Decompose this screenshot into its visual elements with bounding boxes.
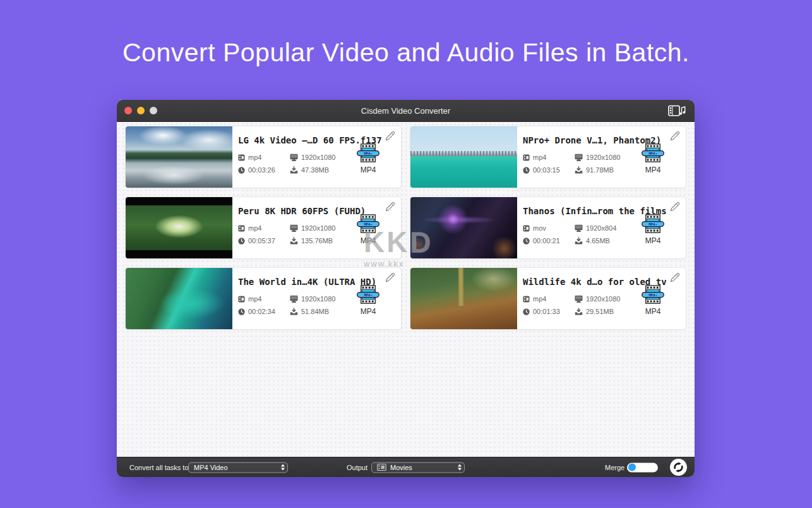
output-format-badge[interactable]: MP4 [352, 214, 385, 245]
output-format-label: MP4 [636, 307, 669, 316]
convert-arrows-icon [673, 462, 684, 473]
video-format: mp4 [248, 295, 261, 303]
merge-toggle[interactable] [627, 463, 658, 472]
edit-pencil-icon[interactable] [669, 131, 680, 142]
file-list-area: LG 4k Video —…D 60 FPS.f137 mp4 1920x108… [117, 122, 695, 457]
output-label: Output [347, 464, 367, 471]
zoom-button[interactable] [150, 107, 157, 114]
video-duration: 00:01:33 [533, 308, 560, 315]
convert-format-value: MP4 Video [194, 464, 278, 471]
video-thumbnail[interactable] [410, 197, 517, 258]
output-format-label: MP4 [636, 236, 669, 245]
convert-button[interactable] [670, 459, 687, 476]
video-size: 47.38MB [301, 166, 329, 174]
mp4-filmstrip-icon [641, 143, 665, 163]
clock-icon [523, 167, 530, 174]
up-down-arrows-icon [458, 464, 462, 471]
video-duration: 00:05:37 [248, 237, 275, 245]
clock-icon [238, 167, 245, 174]
download-icon [290, 308, 298, 315]
output-format-badge[interactable]: MP4 [352, 285, 385, 316]
video-card: NPro+ Drone V…1, Phantom2) mp4 1920x1080… [410, 126, 686, 188]
output-format-label: MP4 [352, 307, 385, 316]
output-format-label: MP4 [352, 236, 385, 245]
video-size: 4.65MB [586, 237, 610, 245]
video-file-icon [238, 225, 245, 232]
output-format-badge[interactable]: MP4 [636, 143, 669, 174]
video-duration: 00:02:34 [248, 308, 275, 315]
video-resolution: 1920x1080 [301, 224, 335, 232]
output-folder-select[interactable]: Movies [371, 462, 465, 473]
video-size: 135.76MB [301, 237, 333, 245]
media-library-icon[interactable] [667, 104, 686, 118]
output-format-badge[interactable]: MP4 [352, 143, 385, 174]
window-titlebar: Cisdem Video Converter [117, 100, 695, 122]
display-icon [290, 224, 298, 232]
download-icon [575, 308, 583, 315]
window-title: Cisdem Video Converter [361, 106, 450, 116]
video-file-icon [238, 296, 245, 303]
traffic-lights [124, 107, 157, 114]
video-card: LG 4k Video —…D 60 FPS.f137 mp4 1920x108… [125, 126, 402, 188]
edit-pencil-icon[interactable] [385, 202, 395, 212]
video-thumbnail[interactable] [126, 268, 232, 329]
clock-icon [238, 308, 245, 315]
convert-all-label: Convert all tasks to [129, 464, 189, 471]
download-icon [290, 166, 298, 174]
video-format: mp4 [248, 224, 261, 232]
clock-icon [523, 238, 530, 245]
video-file-icon [238, 154, 245, 161]
edit-pencil-icon[interactable] [385, 272, 395, 283]
page-title: Convert Popular Video and Audio Files in… [0, 38, 812, 68]
download-icon [290, 237, 298, 245]
video-duration: 00:03:15 [533, 166, 560, 174]
edit-pencil-icon[interactable] [669, 272, 680, 283]
convert-format-select[interactable]: MP4 Video [188, 462, 288, 473]
hero-banner: Convert Popular Video and Audio Files in… [0, 38, 812, 68]
video-thumbnail[interactable] [410, 268, 517, 329]
minimize-button[interactable] [137, 107, 145, 114]
video-resolution: 1920x1080 [586, 154, 620, 161]
clock-icon [238, 238, 245, 245]
video-file-icon [523, 154, 530, 161]
display-icon [290, 154, 298, 161]
output-format-label: MP4 [352, 166, 385, 174]
video-resolution: 1920x1080 [586, 295, 620, 303]
output-format-badge[interactable]: MP4 [636, 285, 669, 316]
video-thumbnail[interactable] [126, 197, 232, 258]
download-icon [575, 166, 583, 174]
edit-pencil-icon[interactable] [669, 202, 680, 212]
video-card: Wildlife 4k d…o for oled tv mp4 1920x108… [410, 267, 686, 330]
mp4-filmstrip-icon [641, 285, 665, 305]
video-card: Peru 8K HDR 60FPS (FUHD) mp4 1920x1080 0… [125, 197, 402, 259]
video-size: 51.84MB [301, 308, 329, 315]
display-icon [575, 295, 583, 303]
video-size: 91.78MB [586, 166, 614, 174]
video-duration: 00:03:26 [248, 166, 275, 174]
video-card-grid: LG 4k Video —…D 60 FPS.f137 mp4 1920x108… [125, 126, 686, 330]
video-file-icon [523, 225, 530, 232]
video-format: mp4 [533, 295, 546, 303]
video-thumbnail[interactable] [126, 126, 232, 188]
merge-label: Merge [605, 464, 624, 471]
mp4-filmstrip-icon [356, 214, 380, 234]
close-button[interactable] [124, 107, 132, 114]
video-thumbnail[interactable] [410, 126, 517, 188]
video-card: Thanos (Infin…rom the films mov 1920x804… [410, 197, 686, 259]
mp4-filmstrip-icon [356, 285, 380, 305]
output-format-label: MP4 [636, 166, 669, 174]
mp4-filmstrip-icon [356, 143, 380, 163]
video-duration: 00:00:21 [533, 237, 560, 245]
video-resolution: 1920x1080 [301, 154, 335, 161]
movies-folder-icon [377, 464, 386, 471]
output-format-badge[interactable]: MP4 [636, 214, 669, 245]
download-icon [575, 237, 583, 245]
mp4-filmstrip-icon [641, 214, 665, 234]
output-folder-value: Movies [390, 464, 455, 471]
video-resolution: 1920x804 [586, 224, 616, 232]
video-file-icon [523, 296, 530, 303]
video-format: mp4 [248, 154, 261, 161]
display-icon [575, 224, 583, 232]
edit-pencil-icon[interactable] [385, 131, 395, 142]
video-resolution: 1920x1080 [301, 295, 335, 303]
